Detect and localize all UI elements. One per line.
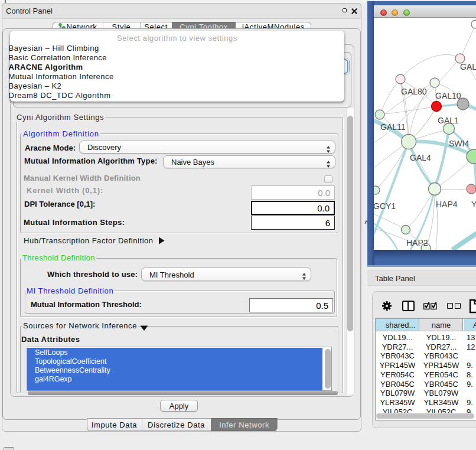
svg-text:HAP2: HAP2	[406, 238, 428, 247]
svg-text:HAP4: HAP4	[436, 200, 458, 209]
svg-text:SWI4: SWI4	[449, 139, 469, 148]
svg-text:GAL4: GAL4	[410, 153, 431, 162]
svg-text:Y: Y	[471, 200, 476, 209]
svg-text:GAL11: GAL11	[380, 122, 406, 132]
svg-text:GAL80: GAL80	[401, 87, 427, 96]
svg-text:GAL: GAL	[460, 62, 476, 71]
svg-text:GCY1: GCY1	[374, 201, 396, 211]
svg-text:GAL10: GAL10	[435, 91, 461, 100]
svg-text:GAL1: GAL1	[438, 116, 459, 125]
